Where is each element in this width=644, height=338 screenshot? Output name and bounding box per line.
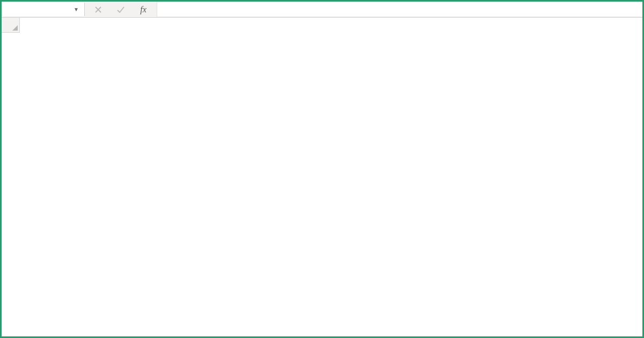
- select-all-corner[interactable]: [2, 18, 20, 33]
- formula-input[interactable]: [157, 3, 642, 16]
- cancel-icon[interactable]: [93, 5, 103, 14]
- worksheet-grid[interactable]: [2, 18, 642, 33]
- chevron-down-icon[interactable]: ▼: [74, 6, 79, 12]
- formula-buttons: fx: [85, 2, 157, 17]
- insert-function-icon[interactable]: fx: [138, 5, 148, 14]
- formula-bar: ▼ fx: [2, 2, 642, 18]
- enter-icon[interactable]: [116, 5, 126, 14]
- name-box[interactable]: ▼: [3, 3, 85, 16]
